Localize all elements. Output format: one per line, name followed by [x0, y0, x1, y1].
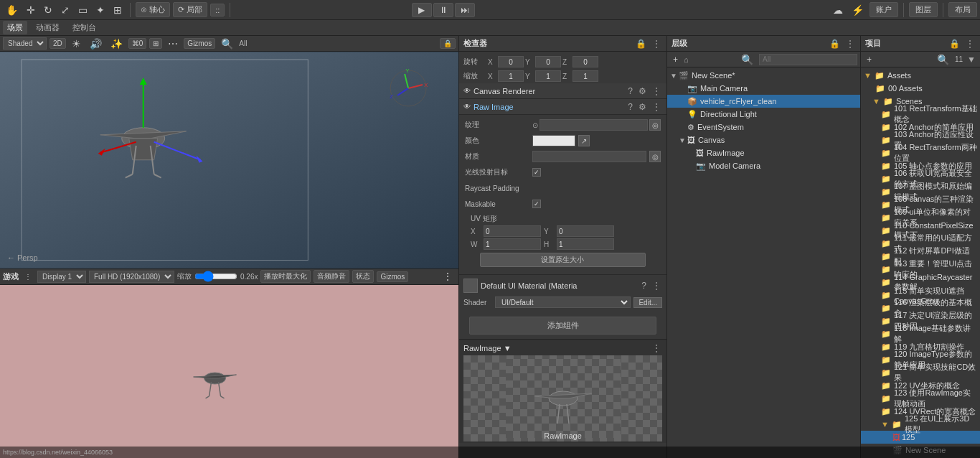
rect-tool-btn[interactable]: ▭: [75, 3, 90, 17]
hierarchy-item-rawimage[interactable]: 🖼 RawImage: [667, 146, 860, 159]
material-more-btn[interactable]: ⋮: [651, 281, 662, 291]
color-picker-btn[interactable]: ↗: [578, 135, 590, 146]
scale-slider[interactable]: [194, 271, 237, 282]
material-help-btn[interactable]: ?: [640, 281, 648, 291]
stats-btn[interactable]: 状态: [352, 270, 374, 283]
hierarchy-lock-btn[interactable]: 🔒: [828, 39, 842, 49]
more-options-btn[interactable]: ⋯: [165, 37, 181, 51]
project-item-104[interactable]: 📁104 RectTransform两种位置: [861, 146, 980, 159]
hierarchy-item-directional-light[interactable]: 💡 Directional Light: [667, 108, 860, 121]
project-search-icon[interactable]: 🔍: [934, 52, 952, 67]
rawimage-section-title[interactable]: RawImage ▼: [463, 344, 648, 352]
hierarchy-item-main-camera[interactable]: 📷 Main Camera: [667, 82, 860, 95]
raw-image-help-btn[interactable]: ?: [626, 102, 634, 112]
scale-tool-btn[interactable]: ⤢: [58, 3, 72, 17]
hierarchy-add-btn[interactable]: +: [670, 53, 681, 66]
rawimage-more-btn[interactable]: ⋮: [651, 343, 662, 353]
set-native-size-btn[interactable]: 设置原生大小: [480, 253, 646, 267]
rotation-x-input[interactable]: 0: [498, 56, 524, 67]
layers-btn[interactable]: 图层: [909, 2, 938, 17]
project-item-123[interactable]: 📁123 使用RawImage实现帧动画: [861, 392, 980, 405]
inspector-lock-btn[interactable]: 🔒: [634, 39, 648, 49]
step-btn[interactable]: ⏭: [455, 3, 475, 17]
services-icon[interactable]: ⚡: [849, 3, 867, 17]
cloud-icon[interactable]: ☁: [830, 3, 846, 17]
texture-input[interactable]: 125: [540, 119, 648, 131]
hierarchy-item-model-camera[interactable]: 📷 Model Camera: [667, 159, 860, 172]
scale-z-input[interactable]: [573, 70, 598, 82]
project-item-101[interactable]: 📁101 RectTransform基础概念: [861, 108, 980, 121]
project-more-btn[interactable]: ⋮: [964, 39, 976, 49]
2d-btn[interactable]: 2D: [50, 38, 66, 49]
texture-select-btn[interactable]: ◎: [649, 119, 661, 131]
resolution-select[interactable]: Full HD (1920x1080): [89, 271, 174, 283]
raw-image-header[interactable]: 👁 Raw Image ? ⚙ ⋮: [459, 99, 666, 115]
lighting-btn[interactable]: ☀: [69, 37, 84, 51]
material-input[interactable]: None (材质): [532, 151, 646, 162]
hierarchy-item-event-system[interactable]: ⚙ EventSystem: [667, 121, 860, 134]
maskable-checkbox[interactable]: ✓: [532, 200, 541, 208]
search-icon[interactable]: 🔍: [218, 37, 236, 51]
game-gizmos-btn[interactable]: Gizmos: [377, 271, 408, 282]
uv-y-input[interactable]: [557, 225, 614, 237]
uv-x-input[interactable]: [484, 225, 541, 237]
project-item-125[interactable]: ▼ 📁 125 在UI上展示3D模型: [861, 418, 980, 431]
custom-tool-btn[interactable]: ⊞: [110, 3, 125, 17]
game-more-btn[interactable]: ⋮: [22, 271, 34, 282]
shader-select[interactable]: UI/Default: [495, 296, 631, 308]
uv-h-input[interactable]: [557, 238, 614, 250]
canvas-renderer-help-btn[interactable]: ?: [626, 86, 634, 96]
local-global-btn[interactable]: ⟳ 局部: [173, 2, 207, 17]
project-item-00-assets[interactable]: 📁 00 Assets: [861, 82, 980, 95]
hierarchy-item-new-scene[interactable]: ▼ 🎬 New Scene*: [667, 69, 860, 82]
scale-y-input[interactable]: [535, 70, 561, 82]
scene-canvas[interactable]: X Y Z ← Persp: [0, 52, 458, 268]
grid-btn[interactable]: ::: [210, 4, 225, 17]
project-filter-btn[interactable]: ▼: [966, 55, 977, 65]
project-item-121[interactable]: 📁121 简单实现技能CD效果: [861, 366, 980, 379]
raw-image-more-btn[interactable]: ⋮: [651, 102, 662, 112]
maximize-btn[interactable]: 播放时最大化: [260, 270, 311, 283]
hand-tool-btn[interactable]: ✋: [3, 3, 21, 17]
gizmos-btn[interactable]: Gizmos: [184, 38, 215, 49]
account-btn[interactable]: 账户: [870, 2, 898, 17]
uv-w-input[interactable]: [484, 238, 541, 250]
project-lock-btn[interactable]: 🔒: [948, 39, 961, 49]
hierarchy-more-btn[interactable]: ⋮: [844, 39, 856, 49]
lock-btn[interactable]: 🔒: [440, 38, 456, 49]
scene-tab[interactable]: 场景: [3, 21, 27, 34]
scale-x-input[interactable]: [498, 70, 524, 82]
hierarchy-item-vehicle[interactable]: 📦 vehicle_rcFlyer_clean: [667, 95, 860, 108]
project-add-btn[interactable]: +: [864, 53, 875, 66]
scene-speed-btn[interactable]: ⌘0: [128, 38, 147, 49]
game-lock-btn[interactable]: ⋮: [440, 269, 456, 284]
color-swatch[interactable]: [532, 135, 575, 146]
canvas-renderer-header[interactable]: 👁 Canvas Renderer ? ⚙ ⋮: [459, 83, 666, 99]
hierarchy-search-input[interactable]: [759, 54, 857, 65]
effects-btn[interactable]: ✨: [108, 37, 126, 51]
console-tab[interactable]: 控制台: [68, 21, 100, 34]
canvas-renderer-more-btn[interactable]: ⋮: [651, 86, 662, 96]
animation-tab[interactable]: 动画器: [32, 21, 64, 34]
inspector-more-btn[interactable]: ⋮: [651, 39, 662, 49]
rotation-z-input[interactable]: 0: [573, 56, 598, 67]
audio-btn[interactable]: 🔊: [87, 37, 105, 51]
pivot-center-btn[interactable]: ⊙ 轴心: [136, 2, 170, 17]
project-item-118[interactable]: 📁118 Image基础参数讲解: [861, 327, 980, 340]
grid-overlay-btn[interactable]: ⊞: [149, 38, 162, 49]
shader-edit-btn[interactable]: Edit...: [633, 297, 662, 308]
material-select-btn[interactable]: ◎: [649, 151, 661, 162]
raw-image-settings-btn[interactable]: ⚙: [637, 102, 648, 112]
raycast-checkbox[interactable]: ✓: [532, 168, 541, 177]
rotate-tool-btn[interactable]: ↻: [41, 3, 55, 17]
layout-btn[interactable]: 布局: [948, 2, 977, 17]
hierarchy-item-canvas[interactable]: ▼ 🖼 Canvas: [667, 134, 860, 146]
canvas-renderer-settings-btn[interactable]: ⚙: [637, 86, 648, 96]
pause-btn[interactable]: ⏸: [433, 3, 453, 17]
shading-mode-select[interactable]: Shaded: [3, 37, 47, 50]
play-btn[interactable]: ▶: [412, 3, 432, 17]
add-component-btn[interactable]: 添加组件: [469, 317, 656, 335]
rotation-y-input[interactable]: 0: [535, 56, 561, 67]
transform-tool-btn[interactable]: ✦: [93, 3, 108, 17]
move-tool-btn[interactable]: ✛: [24, 3, 38, 17]
